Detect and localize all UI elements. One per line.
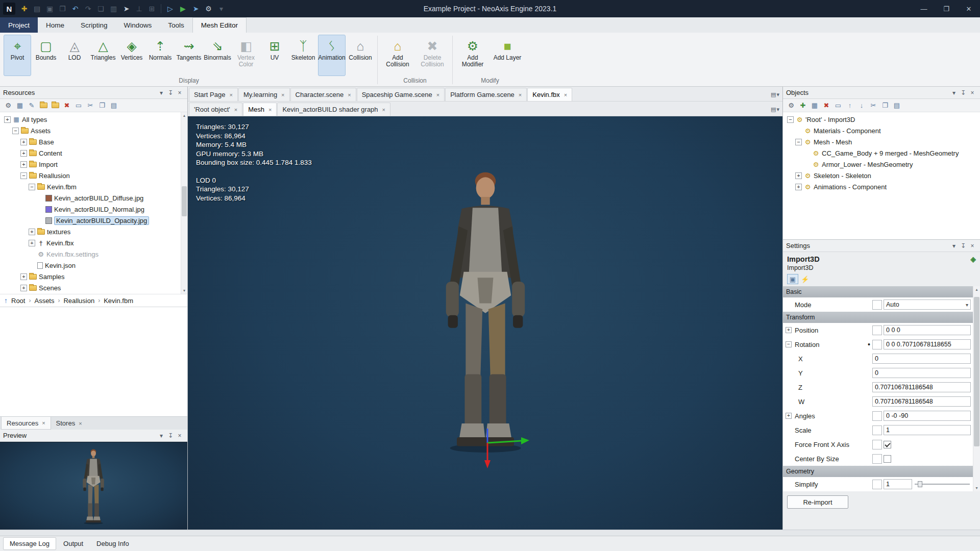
scroll-thumb[interactable] bbox=[974, 297, 979, 446]
close-tab-icon[interactable]: × bbox=[268, 107, 272, 113]
breadcrumb-item-kevin-fbm[interactable]: Kevin.fbm bbox=[104, 297, 133, 305]
ribbon-button-normals[interactable]: ⇡Normals bbox=[146, 35, 174, 76]
copy-icon[interactable]: ❐ bbox=[97, 101, 107, 111]
breadcrumb-item-root[interactable]: Root bbox=[11, 297, 25, 305]
tree-item-textures[interactable]: +textures bbox=[0, 226, 187, 237]
delete-icon[interactable]: ✖ bbox=[62, 101, 72, 111]
minimize-button[interactable]: — bbox=[913, 0, 935, 17]
undo-icon[interactable]: ↶ bbox=[69, 3, 81, 15]
move-up-icon[interactable]: ↑ bbox=[845, 101, 855, 111]
edit-icon[interactable]: ✎ bbox=[27, 101, 37, 111]
tree-item-opacity-jpg[interactable]: Kevin_actorBUILD_Opacity.jpg bbox=[0, 215, 187, 226]
close-tab-icon[interactable]: × bbox=[564, 92, 567, 98]
close-tab-icon[interactable]: × bbox=[229, 92, 232, 98]
toolbar-more-icon[interactable]: ▾ bbox=[215, 3, 227, 15]
menu-mesh-editor[interactable]: Mesh Editor bbox=[192, 17, 247, 33]
tab-stores[interactable]: Stores× bbox=[51, 417, 87, 430]
simplify-slider[interactable] bbox=[914, 480, 971, 489]
doc-tab-character-scene[interactable]: Character.scene× bbox=[290, 88, 356, 101]
paste-icon[interactable]: ▤ bbox=[109, 101, 119, 111]
tree-item-base[interactable]: +Base bbox=[0, 136, 187, 147]
object-item-root[interactable]: −⚙'Root' - Import3D bbox=[783, 114, 980, 125]
collapse-icon[interactable]: − bbox=[795, 139, 802, 145]
mode-dropdown[interactable]: Auto▾ bbox=[884, 299, 971, 310]
collapse-icon[interactable]: − bbox=[787, 116, 794, 123]
save-all-icon[interactable]: ❐ bbox=[57, 3, 68, 15]
tab-output[interactable]: Output bbox=[57, 538, 89, 549]
section-geometry[interactable]: Geometry bbox=[783, 466, 973, 477]
menu-project[interactable]: Project bbox=[0, 17, 38, 33]
w-input[interactable] bbox=[872, 396, 971, 407]
object-item-armor-lower[interactable]: ⚙Armor_Lower - MeshGeometry bbox=[783, 159, 980, 170]
paste-icon[interactable]: ▥ bbox=[108, 3, 119, 15]
section-basic[interactable]: Basic bbox=[783, 286, 973, 297]
reimport-button[interactable]: Re-import bbox=[787, 495, 848, 509]
cut-icon[interactable]: ✂ bbox=[85, 101, 95, 111]
tree-item-all-types[interactable]: +▦All types bbox=[0, 114, 187, 125]
property-default-box[interactable] bbox=[872, 425, 882, 435]
ribbon-button-add-modifier[interactable]: ⚙Add Modifier bbox=[456, 35, 489, 76]
close-panel-icon[interactable]: × bbox=[968, 89, 977, 96]
play-scene-icon[interactable]: ▷ bbox=[164, 3, 176, 15]
property-default-box[interactable] bbox=[872, 300, 882, 310]
tree-item-scenes[interactable]: +Scenes bbox=[0, 282, 187, 293]
tree-item-samples[interactable]: +Samples bbox=[0, 271, 187, 282]
doc-tab-start-page[interactable]: Start Page× bbox=[189, 88, 238, 101]
collapse-icon[interactable]: − bbox=[786, 341, 792, 347]
tree-item-normal-jpg[interactable]: Kevin_actorBUILD_Normal.jpg bbox=[0, 204, 187, 215]
scale-input[interactable] bbox=[884, 425, 971, 435]
ribbon-button-collision[interactable]: ⌂Collision bbox=[347, 35, 374, 76]
breadcrumb-item-reallusion[interactable]: Reallusion bbox=[63, 297, 94, 305]
doc-tab-my-learning[interactable]: My.learning× bbox=[238, 88, 290, 101]
new-scene-icon[interactable]: ✚ bbox=[18, 3, 30, 15]
rename-icon[interactable]: ▭ bbox=[74, 101, 84, 111]
tree-item-reallusion[interactable]: −Reallusion bbox=[0, 170, 187, 181]
properties-tab-icon[interactable]: ▣ bbox=[787, 274, 798, 284]
pin-icon[interactable]: ↧ bbox=[959, 242, 968, 249]
expand-icon[interactable]: + bbox=[795, 184, 802, 190]
property-default-box[interactable] bbox=[872, 480, 882, 489]
cut-icon[interactable]: ✂ bbox=[868, 101, 878, 111]
close-panel-icon[interactable]: × bbox=[968, 242, 977, 249]
ribbon-button-bounds[interactable]: ▢Bounds bbox=[32, 35, 60, 76]
force-front-checkbox[interactable] bbox=[884, 441, 891, 448]
panel-menu-icon[interactable]: ▾ bbox=[949, 242, 959, 249]
delete-icon[interactable]: ✖ bbox=[821, 101, 831, 111]
doc-tab-platform-game[interactable]: Platform Game.scene× bbox=[445, 88, 527, 101]
pin-icon[interactable]: ↧ bbox=[166, 432, 175, 439]
menu-scripting[interactable]: Scripting bbox=[72, 17, 116, 33]
simplify-input[interactable] bbox=[884, 479, 912, 489]
expand-icon[interactable]: + bbox=[4, 116, 11, 123]
redo-icon[interactable]: ↷ bbox=[82, 3, 94, 15]
property-default-box[interactable] bbox=[872, 440, 882, 449]
tree-scrollbar[interactable]: ▴ ▾ bbox=[181, 112, 187, 294]
expand-icon[interactable]: + bbox=[29, 229, 35, 235]
ribbon-button-uv[interactable]: ⊞UV bbox=[261, 35, 288, 76]
open-project-icon[interactable]: ▤ bbox=[31, 3, 43, 15]
tree-item-kevin-json[interactable]: Kevin.json bbox=[0, 260, 187, 271]
ribbon-button-tangents[interactable]: ⇝Tangents bbox=[175, 35, 203, 76]
tab-list-icon[interactable]: ▤▾ bbox=[771, 91, 779, 101]
x-input[interactable] bbox=[872, 354, 971, 364]
grid-snap-icon[interactable]: ⊞ bbox=[146, 3, 158, 15]
ribbon-button-binormals[interactable]: ⇘Binormals bbox=[204, 35, 231, 76]
doc-tab-mesh[interactable]: Mesh× bbox=[243, 103, 277, 116]
pin-icon[interactable]: ↧ bbox=[959, 89, 968, 96]
ribbon-button-vertex-color[interactable]: ◧Vertex Color bbox=[232, 35, 260, 76]
tree-item-kevin-fbx-settings[interactable]: ⚙Kevin.fbx.settings bbox=[0, 248, 187, 260]
property-default-box[interactable] bbox=[872, 325, 882, 335]
doc-tab-root-object[interactable]: 'Root object'× bbox=[189, 103, 242, 116]
scroll-track[interactable] bbox=[181, 119, 187, 287]
ribbon-button-add-collision[interactable]: ⌂Add Collision bbox=[381, 35, 414, 76]
close-tab-icon[interactable]: × bbox=[519, 92, 522, 98]
launch-icon[interactable]: ➤ bbox=[190, 3, 202, 15]
add-component-icon[interactable]: ✚ bbox=[798, 101, 808, 111]
y-input[interactable] bbox=[872, 368, 971, 378]
object-item-skeleton[interactable]: +⚙Skeleton - Skeleton bbox=[783, 170, 980, 181]
rotation-input[interactable] bbox=[884, 339, 971, 349]
tab-list-icon[interactable]: ▤▾ bbox=[771, 106, 779, 116]
copy-icon[interactable]: ❏ bbox=[95, 3, 107, 15]
options-icon[interactable]: ⚙ bbox=[786, 101, 796, 111]
expand-icon[interactable]: + bbox=[786, 413, 792, 419]
panel-menu-icon[interactable]: ▾ bbox=[157, 89, 166, 96]
